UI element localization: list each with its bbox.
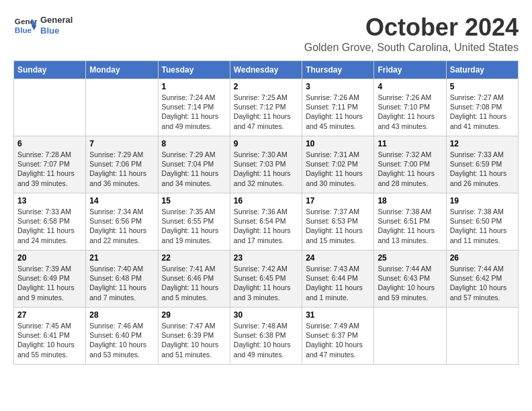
logo: General Blue General Blue <box>13 13 73 38</box>
day-info: Sunrise: 7:27 AM Sunset: 7:08 PM Dayligh… <box>450 93 515 131</box>
week-row-5: 27Sunrise: 7:45 AM Sunset: 6:41 PM Dayli… <box>14 308 519 365</box>
day-number: 27 <box>17 310 82 320</box>
day-info: Sunrise: 7:47 AM Sunset: 6:39 PM Dayligh… <box>162 321 226 359</box>
calendar-cell: 23Sunrise: 7:42 AM Sunset: 6:45 PM Dayli… <box>230 250 302 308</box>
calendar-cell: 24Sunrise: 7:43 AM Sunset: 6:44 PM Dayli… <box>302 250 374 308</box>
day-number: 22 <box>162 253 226 263</box>
day-info: Sunrise: 7:33 AM Sunset: 6:59 PM Dayligh… <box>450 150 515 188</box>
calendar-cell: 20Sunrise: 7:39 AM Sunset: 6:49 PM Dayli… <box>14 250 86 308</box>
svg-marker-3 <box>32 26 36 30</box>
day-info: Sunrise: 7:42 AM Sunset: 6:45 PM Dayligh… <box>234 264 298 302</box>
day-number: 29 <box>162 310 226 320</box>
day-info: Sunrise: 7:44 AM Sunset: 6:43 PM Dayligh… <box>378 264 442 302</box>
day-number: 10 <box>306 139 370 148</box>
day-number: 20 <box>17 253 82 263</box>
day-number: 4 <box>378 82 442 91</box>
weekday-tuesday: Tuesday <box>158 61 230 79</box>
day-info: Sunrise: 7:48 AM Sunset: 6:38 PM Dayligh… <box>234 321 298 359</box>
day-info: Sunrise: 7:28 AM Sunset: 7:07 PM Dayligh… <box>17 150 82 188</box>
week-row-1: 1Sunrise: 7:24 AM Sunset: 7:14 PM Daylig… <box>14 79 519 136</box>
calendar-cell: 22Sunrise: 7:41 AM Sunset: 6:46 PM Dayli… <box>158 250 230 308</box>
weekday-header-row: SundayMondayTuesdayWednesdayThursdayFrid… <box>14 61 519 79</box>
calendar-cell: 1Sunrise: 7:24 AM Sunset: 7:14 PM Daylig… <box>158 79 230 136</box>
day-info: Sunrise: 7:39 AM Sunset: 6:49 PM Dayligh… <box>17 264 82 302</box>
day-info: Sunrise: 7:43 AM Sunset: 6:44 PM Dayligh… <box>306 264 370 302</box>
day-number: 16 <box>234 196 298 205</box>
calendar-cell: 11Sunrise: 7:32 AM Sunset: 7:00 PM Dayli… <box>374 136 446 193</box>
day-info: Sunrise: 7:45 AM Sunset: 6:41 PM Dayligh… <box>17 321 82 359</box>
calendar-cell: 31Sunrise: 7:49 AM Sunset: 6:37 PM Dayli… <box>302 308 374 365</box>
weekday-monday: Monday <box>86 61 158 79</box>
calendar-cell: 3Sunrise: 7:26 AM Sunset: 7:11 PM Daylig… <box>302 79 374 136</box>
day-info: Sunrise: 7:35 AM Sunset: 6:55 PM Dayligh… <box>162 207 226 245</box>
day-info: Sunrise: 7:49 AM Sunset: 6:37 PM Dayligh… <box>306 321 370 359</box>
calendar-cell: 27Sunrise: 7:45 AM Sunset: 6:41 PM Dayli… <box>14 308 86 365</box>
calendar-cell: 14Sunrise: 7:34 AM Sunset: 6:56 PM Dayli… <box>86 193 158 250</box>
day-number: 19 <box>450 196 515 205</box>
weekday-saturday: Saturday <box>446 61 518 79</box>
day-info: Sunrise: 7:31 AM Sunset: 7:02 PM Dayligh… <box>306 150 370 188</box>
week-row-3: 13Sunrise: 7:33 AM Sunset: 6:58 PM Dayli… <box>14 193 519 250</box>
calendar-cell: 15Sunrise: 7:35 AM Sunset: 6:55 PM Dayli… <box>158 193 230 250</box>
day-number: 8 <box>162 139 226 148</box>
day-number: 21 <box>89 253 154 263</box>
logo-icon: General Blue <box>13 13 38 38</box>
logo-text: General Blue <box>40 15 73 36</box>
day-info: Sunrise: 7:29 AM Sunset: 7:04 PM Dayligh… <box>162 150 226 188</box>
day-number: 6 <box>17 139 82 148</box>
day-number: 7 <box>89 139 154 148</box>
day-number: 9 <box>234 139 298 148</box>
day-info: Sunrise: 7:40 AM Sunset: 6:48 PM Dayligh… <box>89 264 154 302</box>
calendar-cell: 10Sunrise: 7:31 AM Sunset: 7:02 PM Dayli… <box>302 136 374 193</box>
day-info: Sunrise: 7:41 AM Sunset: 6:46 PM Dayligh… <box>162 264 226 302</box>
calendar-cell: 2Sunrise: 7:25 AM Sunset: 7:12 PM Daylig… <box>230 79 302 136</box>
calendar-cell: 6Sunrise: 7:28 AM Sunset: 7:07 PM Daylig… <box>14 136 86 193</box>
day-number: 25 <box>378 253 442 263</box>
day-info: Sunrise: 7:30 AM Sunset: 7:03 PM Dayligh… <box>234 150 298 188</box>
day-number: 26 <box>450 253 515 263</box>
calendar-cell <box>374 308 446 365</box>
week-row-4: 20Sunrise: 7:39 AM Sunset: 6:49 PM Dayli… <box>14 250 519 308</box>
day-number: 24 <box>306 253 370 263</box>
day-number: 23 <box>234 253 298 263</box>
weekday-friday: Friday <box>374 61 446 79</box>
calendar-cell: 21Sunrise: 7:40 AM Sunset: 6:48 PM Dayli… <box>86 250 158 308</box>
calendar-cell: 16Sunrise: 7:36 AM Sunset: 6:54 PM Dayli… <box>230 193 302 250</box>
day-info: Sunrise: 7:32 AM Sunset: 7:00 PM Dayligh… <box>378 150 442 188</box>
calendar-cell: 29Sunrise: 7:47 AM Sunset: 6:39 PM Dayli… <box>158 308 230 365</box>
calendar-cell: 9Sunrise: 7:30 AM Sunset: 7:03 PM Daylig… <box>230 136 302 193</box>
day-info: Sunrise: 7:46 AM Sunset: 6:40 PM Dayligh… <box>89 321 154 359</box>
day-number: 17 <box>306 196 370 205</box>
day-info: Sunrise: 7:25 AM Sunset: 7:12 PM Dayligh… <box>234 93 298 131</box>
location-title: Golden Grove, South Carolina, United Sta… <box>304 42 519 54</box>
calendar-cell: 28Sunrise: 7:46 AM Sunset: 6:40 PM Dayli… <box>86 308 158 365</box>
month-title: October 2024 <box>304 13 519 42</box>
calendar-cell: 13Sunrise: 7:33 AM Sunset: 6:58 PM Dayli… <box>14 193 86 250</box>
day-info: Sunrise: 7:37 AM Sunset: 6:53 PM Dayligh… <box>306 207 370 245</box>
title-area: October 2024 Golden Grove, South Carolin… <box>304 13 519 54</box>
day-info: Sunrise: 7:38 AM Sunset: 6:51 PM Dayligh… <box>378 207 442 245</box>
weekday-thursday: Thursday <box>302 61 374 79</box>
day-info: Sunrise: 7:33 AM Sunset: 6:58 PM Dayligh… <box>17 207 82 245</box>
day-info: Sunrise: 7:44 AM Sunset: 6:42 PM Dayligh… <box>450 264 515 302</box>
day-info: Sunrise: 7:24 AM Sunset: 7:14 PM Dayligh… <box>162 93 226 131</box>
day-info: Sunrise: 7:38 AM Sunset: 6:50 PM Dayligh… <box>450 207 515 245</box>
calendar-cell <box>14 79 86 136</box>
calendar-cell: 12Sunrise: 7:33 AM Sunset: 6:59 PM Dayli… <box>446 136 518 193</box>
calendar-body: 1Sunrise: 7:24 AM Sunset: 7:14 PM Daylig… <box>14 79 519 365</box>
weekday-wednesday: Wednesday <box>230 61 302 79</box>
day-number: 3 <box>306 82 370 91</box>
calendar-cell <box>86 79 158 136</box>
day-number: 1 <box>162 82 226 91</box>
calendar-cell: 30Sunrise: 7:48 AM Sunset: 6:38 PM Dayli… <box>230 308 302 365</box>
day-number: 18 <box>378 196 442 205</box>
day-number: 31 <box>306 310 370 320</box>
calendar-cell: 5Sunrise: 7:27 AM Sunset: 7:08 PM Daylig… <box>446 79 518 136</box>
calendar-cell: 26Sunrise: 7:44 AM Sunset: 6:42 PM Dayli… <box>446 250 518 308</box>
day-info: Sunrise: 7:26 AM Sunset: 7:11 PM Dayligh… <box>306 93 370 131</box>
day-number: 5 <box>450 82 515 91</box>
page-header: General Blue General Blue October 2024 G… <box>13 13 519 54</box>
day-number: 12 <box>450 139 515 148</box>
day-number: 14 <box>89 196 154 205</box>
calendar-cell: 8Sunrise: 7:29 AM Sunset: 7:04 PM Daylig… <box>158 136 230 193</box>
